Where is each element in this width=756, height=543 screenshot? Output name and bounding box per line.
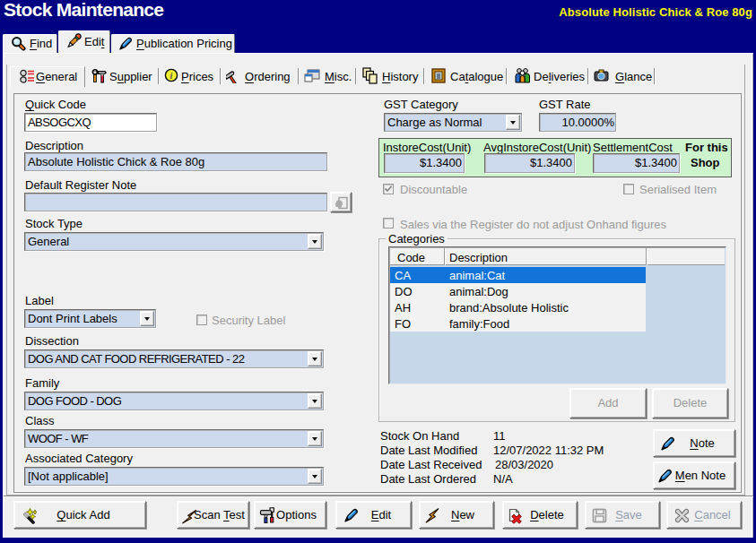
svg-text:i: i [170, 71, 173, 81]
